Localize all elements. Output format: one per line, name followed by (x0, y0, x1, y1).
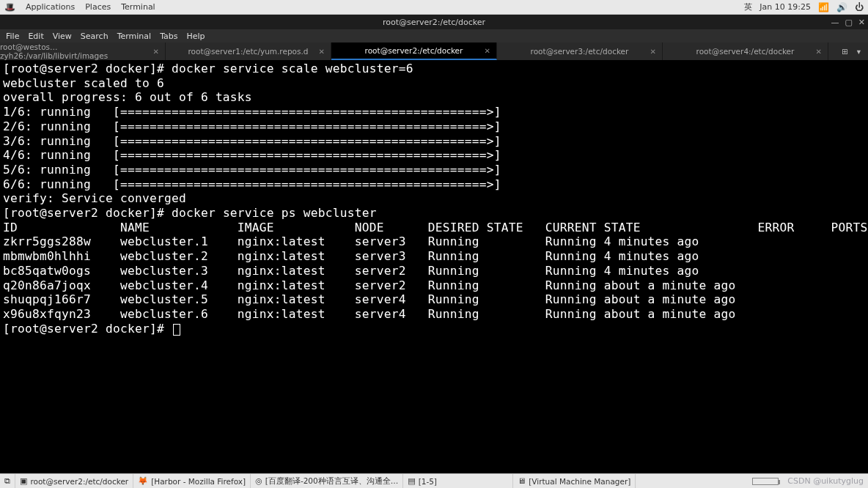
table-row: mbmwbm0hlhhi webcluster.2 nginx:latest s… (3, 249, 699, 263)
cursor (173, 324, 180, 336)
menu-search[interactable]: Search (81, 32, 108, 41)
window-title: root@server2:/etc/docker (383, 18, 485, 27)
table-row: zkrr5ggs288w webcluster.1 nginx:latest s… (3, 234, 699, 248)
network-icon[interactable]: 📶 (818, 2, 829, 12)
menu-terminal[interactable]: Terminal (117, 32, 152, 41)
terminal-tab-bar: root@westos…zyh26:/var/lib/libvirt/image… (0, 42, 868, 60)
output-line: 6/6: running [==========================… (3, 177, 509, 191)
terminal-output[interactable]: [root@server2 docker]# docker service sc… (0, 60, 868, 472)
menu-file[interactable]: File (6, 32, 19, 41)
input-method-indicator[interactable]: 英 (744, 1, 752, 12)
output-line: 4/6: running [==========================… (3, 148, 509, 162)
close-icon[interactable]: ✕ (319, 48, 325, 56)
tab-server4[interactable]: root@server4:/etc/docker✕ (663, 42, 828, 60)
terminal-menu[interactable]: Terminal (121, 2, 155, 12)
tab-westos[interactable]: root@westos…zyh26:/var/lib/libvirt/image… (0, 42, 166, 60)
places-menu[interactable]: Places (85, 2, 111, 12)
close-icon[interactable]: ✕ (153, 48, 159, 56)
command: docker service scale webcluster=6 (172, 62, 413, 75)
battery-icon (752, 478, 779, 485)
applications-menu[interactable]: Applications (26, 2, 75, 12)
output-line: 2/6: running [==========================… (3, 119, 509, 133)
menu-help[interactable]: Help (187, 32, 205, 41)
task-firefox[interactable]: 🦊[Harbor - Mozilla Firefox] (133, 474, 251, 488)
close-icon[interactable]: ✕ (816, 48, 822, 56)
menu-edit[interactable]: Edit (28, 32, 43, 41)
task-label: [1-5] (419, 477, 437, 486)
close-button[interactable]: ✕ (858, 18, 865, 27)
command: docker service ps webcluster (172, 206, 377, 220)
tab-server3[interactable]: root@server3:/etc/docker✕ (497, 42, 663, 60)
tab-label: root@westos…zyh26:/var/lib/libvirt/image… (0, 42, 165, 60)
output-line: 5/6: running [==========================… (3, 163, 509, 177)
tab-label: root@server4:/etc/docker (696, 47, 795, 56)
task-label: [Harbor - Mozilla Firefox] (151, 477, 246, 486)
menu-tabs[interactable]: Tabs (160, 32, 177, 41)
table-row: bc85qatw0ogs webcluster.3 nginx:latest s… (3, 264, 699, 278)
firefox-icon: 🦊 (138, 476, 148, 486)
tab-label: root@server3:/etc/docker (531, 47, 629, 56)
volume-icon[interactable]: 🔊 (836, 2, 847, 12)
gnome-top-bar: 🎩 Applications Places Terminal 英 Jan 10 … (0, 0, 868, 15)
document-icon: ▤ (408, 476, 415, 486)
task-chrome[interactable]: ◎[百度翻译-200种语言互译、沟通全… (251, 474, 403, 488)
table-row: shuqpqj166r7 webcluster.5 nginx:latest s… (3, 292, 736, 306)
activities-icon[interactable]: 🎩 (4, 2, 15, 12)
minimize-button[interactable]: — (831, 18, 839, 27)
watermark: CSDN @uikutyglug (783, 476, 868, 486)
power-icon[interactable]: ⏻ (855, 2, 864, 12)
task-label: [百度翻译-200种语言互译、沟通全… (265, 476, 398, 487)
table-row: x96u8xfqyn23 webcluster.6 nginx:latest s… (3, 307, 736, 321)
tab-label: root@server2:/etc/docker (365, 46, 463, 55)
task-label: [Virtual Machine Manager] (529, 477, 630, 486)
tab-server1[interactable]: root@server1:/etc/yum.repos.d✕ (166, 42, 331, 60)
task-terminal[interactable]: ▣root@server2:/etc/docker (15, 474, 133, 488)
close-icon[interactable]: ✕ (650, 48, 656, 56)
tab-menu-icon[interactable]: ▾ (857, 47, 861, 56)
prompt: [root@server2 docker]# (3, 206, 172, 220)
output-line: 1/6: running [==========================… (3, 105, 509, 119)
window-titlebar: root@server2:/etc/docker — ▢ ✕ (0, 15, 868, 29)
output-line: overall progress: 6 out of 6 tasks (3, 90, 252, 104)
table-header: ID NAME IMAGE NODE DESIRED STATE CURRENT… (3, 221, 868, 234)
desktop-icon: ⧉ (4, 476, 10, 486)
terminal-menu-bar: File Edit View Search Terminal Tabs Help (0, 29, 868, 42)
menu-view[interactable]: View (53, 32, 72, 41)
chrome-icon: ◎ (255, 476, 262, 486)
tab-server2[interactable]: root@server2:/etc/docker✕ (331, 42, 497, 60)
table-row: q20n86a7joqx webcluster.4 nginx:latest s… (3, 278, 736, 292)
close-icon[interactable]: ✕ (485, 47, 490, 55)
output-line: verify: Service converged (3, 191, 186, 205)
clock[interactable]: Jan 10 19:25 (760, 2, 811, 12)
prompt: [root@server2 docker]# (3, 322, 172, 336)
task-vmm[interactable]: 🖥[Virtual Machine Manager] (513, 474, 636, 488)
gnome-taskbar: ⧉ ▣root@server2:/etc/docker 🦊[Harbor - M… (0, 473, 868, 488)
vmm-icon: 🖥 (518, 476, 526, 486)
output-line: webcluster scaled to 6 (3, 76, 164, 90)
task-label: root@server2:/etc/docker (30, 477, 128, 486)
tab-label: root@server1:/etc/yum.repos.d (188, 47, 309, 56)
maximize-button[interactable]: ▢ (845, 18, 852, 27)
terminal-icon: ▣ (20, 476, 27, 486)
output-line: 3/6: running [==========================… (3, 134, 509, 148)
new-tab-icon[interactable]: ⊞ (842, 47, 848, 56)
prompt: [root@server2 docker]# (3, 62, 172, 75)
show-desktop-button[interactable]: ⧉ (0, 474, 15, 488)
task-document[interactable]: ▤[1-5] (403, 474, 513, 488)
